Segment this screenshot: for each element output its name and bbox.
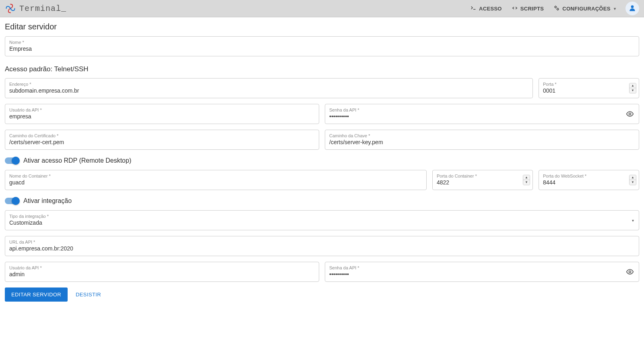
field-label: Porta * bbox=[543, 82, 635, 87]
field-label: Caminho do Certificado * bbox=[9, 133, 315, 138]
nome-input[interactable] bbox=[9, 46, 635, 52]
container-port-spinner: ▲ ▼ bbox=[523, 175, 530, 185]
integration-api-url-input[interactable] bbox=[9, 245, 635, 252]
api-user-field[interactable]: Usuário da API * bbox=[5, 104, 319, 124]
ws-port-input[interactable] bbox=[543, 179, 635, 186]
eye-icon[interactable] bbox=[626, 268, 634, 276]
api-pass-field[interactable]: Senha da API * bbox=[325, 104, 639, 124]
logo[interactable]: Terminal_ bbox=[5, 3, 66, 14]
field-label: Porta do Container * bbox=[437, 174, 528, 178]
ws-port-field[interactable]: Porta do WebSocket * ▲ ▼ bbox=[539, 170, 639, 190]
key-path-field[interactable]: Caminho da Chave * bbox=[325, 130, 639, 150]
spinner-up-icon[interactable]: ▲ bbox=[523, 175, 530, 180]
spinner-up-icon[interactable]: ▲ bbox=[630, 83, 636, 88]
svg-point-1 bbox=[555, 6, 557, 8]
cert-path-field[interactable]: Caminho do Certificado * bbox=[5, 130, 319, 150]
section-title-default-access: Acesso padrão: Telnet/SSH bbox=[5, 65, 639, 73]
field-label: URL da API * bbox=[9, 240, 635, 244]
field-label: Senha da API * bbox=[329, 108, 635, 112]
container-port-field[interactable]: Porta do Container * ▲ ▼ bbox=[432, 170, 533, 190]
nav-acesso[interactable]: ACESSO bbox=[470, 5, 502, 12]
ws-port-spinner: ▲ ▼ bbox=[629, 175, 636, 185]
porta-field[interactable]: Porta * ▲ ▼ bbox=[539, 78, 639, 98]
svg-point-5 bbox=[629, 271, 631, 273]
page-content: Editar servidor Nome * Acesso padrão: Te… bbox=[0, 17, 644, 306]
rdp-toggle-row: Ativar acesso RDP (Remote Desktop) bbox=[5, 157, 639, 164]
endereco-input[interactable] bbox=[9, 87, 528, 94]
form-actions: EDITAR SERVIDOR DESISTIR bbox=[5, 288, 639, 302]
api-user-input[interactable] bbox=[9, 113, 315, 120]
svg-point-2 bbox=[557, 8, 559, 10]
porta-spinner: ▲ ▼ bbox=[629, 83, 636, 93]
nav-config[interactable]: CONFIGURAÇÕES ▾ bbox=[553, 5, 616, 12]
field-label: Usuário da API * bbox=[9, 108, 315, 112]
integration-toggle[interactable] bbox=[5, 198, 19, 204]
eye-icon[interactable] bbox=[626, 110, 634, 118]
svg-point-3 bbox=[631, 5, 634, 8]
endereco-field[interactable]: Endereço * bbox=[5, 78, 533, 98]
field-label: Usuário da API * bbox=[9, 265, 315, 270]
field-label: Senha da API * bbox=[329, 265, 635, 270]
page-title: Editar servidor bbox=[5, 22, 639, 31]
integration-toggle-label: Ativar integração bbox=[23, 197, 72, 205]
integration-type-select[interactable] bbox=[9, 219, 635, 226]
nav-label: ACESSO bbox=[479, 6, 502, 12]
field-label: Tipo da integração * bbox=[9, 214, 635, 219]
integration-api-pass-input[interactable] bbox=[329, 271, 635, 277]
spinner-down-icon[interactable]: ▼ bbox=[523, 180, 530, 185]
cancel-button[interactable]: DESISTIR bbox=[72, 288, 104, 302]
key-path-input[interactable] bbox=[329, 139, 635, 145]
nav-label: CONFIGURAÇÕES bbox=[562, 6, 610, 12]
swirl-logo-icon bbox=[5, 3, 16, 14]
field-label: Caminho da Chave * bbox=[329, 133, 635, 138]
rdp-toggle-label: Ativar acesso RDP (Remote Desktop) bbox=[23, 157, 131, 164]
field-label: Porta do WebSocket * bbox=[543, 174, 635, 178]
user-avatar-button[interactable] bbox=[625, 2, 639, 15]
app-title: Terminal_ bbox=[19, 4, 66, 13]
submit-button[interactable]: EDITAR SERVIDOR bbox=[5, 288, 68, 302]
chevron-down-icon: ▾ bbox=[614, 6, 616, 11]
integration-api-user-field[interactable]: Usuário da API * bbox=[5, 262, 319, 282]
container-name-field[interactable]: Nome do Container * bbox=[5, 170, 427, 190]
svg-point-4 bbox=[629, 113, 631, 115]
svg-point-0 bbox=[10, 8, 11, 9]
field-label: Nome * bbox=[9, 40, 635, 45]
api-pass-input[interactable] bbox=[329, 113, 635, 120]
app-header: Terminal_ ACESSO SCRIPTS CONFIGURAÇÕES ▾ bbox=[0, 0, 644, 17]
field-label: Nome do Container * bbox=[9, 174, 422, 178]
container-port-input[interactable] bbox=[437, 179, 528, 186]
integration-type-field[interactable]: Tipo da integração * ▾ bbox=[5, 210, 639, 230]
user-icon bbox=[628, 4, 636, 13]
nav-scripts[interactable]: SCRIPTS bbox=[512, 5, 544, 12]
integration-api-url-field[interactable]: URL da API * bbox=[5, 236, 639, 256]
top-nav: ACESSO SCRIPTS CONFIGURAÇÕES ▾ bbox=[470, 2, 639, 15]
field-label: Endereço * bbox=[9, 82, 528, 87]
integration-api-user-input[interactable] bbox=[9, 271, 315, 277]
porta-input[interactable] bbox=[543, 87, 635, 94]
code-icon bbox=[512, 5, 518, 12]
cert-path-input[interactable] bbox=[9, 139, 315, 145]
spinner-up-icon[interactable]: ▲ bbox=[630, 175, 636, 180]
terminal-icon bbox=[470, 5, 477, 12]
nav-label: SCRIPTS bbox=[520, 6, 544, 12]
integration-api-pass-field[interactable]: Senha da API * bbox=[325, 262, 639, 282]
gears-icon bbox=[553, 5, 560, 12]
integration-toggle-row: Ativar integração bbox=[5, 197, 639, 205]
spinner-down-icon[interactable]: ▼ bbox=[630, 180, 636, 185]
spinner-down-icon[interactable]: ▼ bbox=[630, 88, 636, 93]
rdp-toggle[interactable] bbox=[5, 157, 19, 164]
container-name-input[interactable] bbox=[9, 179, 422, 186]
nome-field[interactable]: Nome * bbox=[5, 36, 639, 56]
